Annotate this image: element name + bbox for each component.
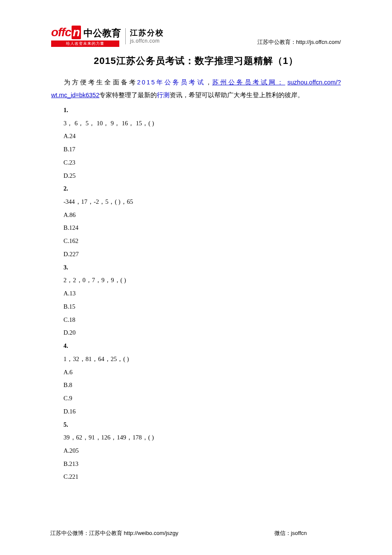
question-number: 2. bbox=[51, 182, 341, 195]
link-xingce[interactable]: 行测 bbox=[157, 92, 170, 98]
question-option: A.6 bbox=[51, 366, 341, 379]
page-header: offcn 中公教育 给人改变未来的力量 江苏分校 js.offcn.com 江… bbox=[51, 26, 341, 47]
question-option: D.16 bbox=[51, 405, 341, 418]
logo-tagline: 给人改变未来的力量 bbox=[51, 40, 119, 47]
questions-container: 1.3， 6， 5， 10， 9， 16， 15，( )A.24B.17C.23… bbox=[51, 104, 341, 483]
question-number: 4. bbox=[51, 339, 341, 353]
question-option: D.20 bbox=[51, 326, 341, 339]
intro-text-1: 为方便考生全面备考 bbox=[63, 79, 137, 86]
question-option: C.18 bbox=[51, 313, 341, 327]
footer-wechat: 微信：jsoffcn bbox=[274, 529, 341, 537]
question-option: D.25 bbox=[51, 169, 341, 182]
question-option: A.24 bbox=[51, 130, 341, 143]
page-footer: 江苏中公微博：江苏中公教育 http://weibo.com/jszgy 微信：… bbox=[50, 529, 341, 537]
question-option: C.162 bbox=[51, 234, 341, 248]
logo-cn: 中公教育 bbox=[84, 27, 121, 40]
branch-block: 江苏分校 js.offcn.com bbox=[130, 29, 164, 44]
branch-name: 江苏分校 bbox=[130, 29, 164, 38]
question-sequence: 39，62，91，126，149，178，( ) bbox=[51, 431, 341, 444]
question-option: C.9 bbox=[51, 392, 341, 405]
question-sequence: 1，32，81，64，25，( ) bbox=[51, 353, 341, 366]
question-option: B.15 bbox=[51, 300, 341, 313]
question-option: A.205 bbox=[51, 444, 341, 457]
logo-en: offcn bbox=[51, 26, 81, 39]
link-suzhou-label[interactable]: 苏州公务员考试网： bbox=[212, 79, 285, 86]
question-number: 3. bbox=[51, 261, 341, 274]
question-option: C.221 bbox=[51, 470, 341, 483]
question-sequence: 2，2，0，7，9，9，( ) bbox=[51, 274, 341, 287]
question-option: B.17 bbox=[51, 143, 341, 156]
question-sequence: 3， 6， 5， 10， 9， 16， 15，( ) bbox=[51, 117, 341, 130]
question-sequence: -344，17，-2，5，( )，65 bbox=[51, 195, 341, 208]
header-source: 江苏中公教育：http://js.offcn.com/ bbox=[257, 38, 341, 47]
intro-paragraph: 为方便考生全面备考2015年公务员考试，苏州公务员考试网： suzhou.off… bbox=[51, 76, 341, 102]
intro-text-2: ， bbox=[205, 79, 212, 86]
question-number: 1. bbox=[51, 104, 341, 117]
question-option: B.124 bbox=[51, 221, 341, 234]
logo-offcn: offcn 中公教育 给人改变未来的力量 bbox=[51, 26, 121, 47]
page-title: 2015江苏公务员考试：数字推理习题精解（1） bbox=[51, 55, 341, 67]
intro-text-3: 专家特整理了最新的 bbox=[99, 92, 157, 98]
question-number: 5. bbox=[51, 418, 341, 431]
footer-weibo: 江苏中公微博：江苏中公教育 http://weibo.com/jszgy bbox=[50, 529, 179, 537]
question-option: A.13 bbox=[51, 287, 341, 300]
question-option: B.213 bbox=[51, 457, 341, 471]
logo-block: offcn 中公教育 给人改变未来的力量 江苏分校 js.offcn.com bbox=[51, 26, 164, 47]
question-option: C.23 bbox=[51, 156, 341, 169]
intro-text-4: 资讯，希望可以帮助广大考生登上胜利的彼岸。 bbox=[170, 92, 304, 98]
logo-divider bbox=[125, 28, 126, 44]
link-exam-2015[interactable]: 2015年公务员考试 bbox=[137, 79, 205, 86]
question-option: B.8 bbox=[51, 379, 341, 392]
question-option: A.86 bbox=[51, 208, 341, 222]
branch-url: js.offcn.com bbox=[130, 38, 164, 44]
question-option: D.227 bbox=[51, 248, 341, 261]
